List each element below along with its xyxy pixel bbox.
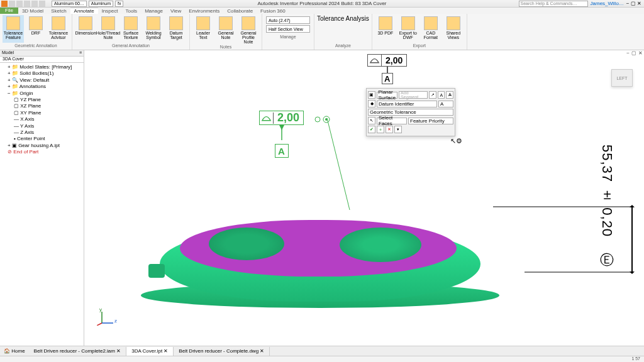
tab-3d-model[interactable]: 3D Model	[18, 8, 47, 14]
cad-format-button[interactable]: CAD Format	[420, 15, 441, 43]
tolerance-analysis-button[interactable]: Tolerance Analysis	[317, 15, 369, 24]
general-profile-icon	[242, 16, 255, 30]
material-pickers: Aluminum 60… Aluminum fx	[52, 1, 123, 7]
apply-button[interactable]: +	[377, 126, 384, 133]
text-icon[interactable]: A	[438, 91, 445, 99]
flatness-symbol-icon	[260, 112, 274, 124]
tab-tools[interactable]: Tools	[121, 8, 141, 14]
tab-environments[interactable]: Environments	[185, 8, 223, 14]
status-bar: 1 57	[0, 356, 644, 362]
tree-xy-plane[interactable]: ▢ XY Plane	[1, 110, 82, 116]
close-button[interactable]: ✕	[637, 1, 641, 6]
tree-center-point[interactable]: • Center Point	[1, 136, 82, 142]
group-general-annotation: Dimension Hole/Thread Note Surface Textu…	[72, 14, 190, 50]
tree-annotations[interactable]: + 📁 Annotations	[1, 84, 82, 90]
tab-collaborate[interactable]: Collaborate	[223, 8, 257, 14]
tolerance-feature-button[interactable]: Tolerance Feature	[3, 15, 24, 43]
flatness-value: 2,00	[382, 55, 406, 65]
tab-inspect[interactable]: Inspect	[98, 8, 122, 14]
restore-button[interactable]: ▢	[631, 1, 636, 6]
cancel-button[interactable]: ✕	[386, 126, 393, 133]
app-icon[interactable]	[1, 1, 8, 7]
fx-button[interactable]: fx	[115, 1, 123, 7]
browser-root[interactable]: 3DA Cover	[0, 57, 84, 63]
hole-thread-note-button[interactable]: Hole/Thread Note	[97, 15, 119, 43]
tree-model-states[interactable]: + 📁 Model States: [Primary]	[1, 64, 82, 70]
datum-identifier-dropdown[interactable]: Datum Identifier	[377, 101, 437, 107]
tree-yz-plane[interactable]: ▢ YZ Plane	[1, 97, 82, 103]
face-filter-icon[interactable]: ▣	[368, 91, 375, 99]
cursor-icon: ↖⚙	[450, 137, 462, 145]
section-view-dropdown[interactable]: Half Section View	[266, 25, 310, 33]
drf-button[interactable]: DRF	[25, 15, 47, 43]
tree-xz-plane[interactable]: ▢ XZ Plane	[1, 103, 82, 109]
material-dropdown[interactable]: Aluminum 60…	[52, 1, 87, 7]
tab-sketch[interactable]: Sketch	[47, 8, 70, 14]
ribbon: Tolerance Feature DRF Tolerance Advisor …	[0, 14, 644, 50]
tab-annotate[interactable]: Annotate	[70, 8, 98, 14]
arrow-style-icon[interactable]: ↗	[429, 91, 436, 99]
vp-minimize-icon[interactable]: −	[626, 50, 630, 56]
shared-views-button[interactable]: Shared Views	[443, 15, 464, 43]
doc-tab[interactable]: Belt Driven reducer - Complete.dwg ✕	[174, 347, 270, 356]
viewport[interactable]: − ▢ ✕ LEFT 2,00 A 2,00 A ▣ Planar Surfac…	[84, 50, 644, 346]
active-tolerance-callout[interactable]: 2,00 A	[259, 111, 304, 158]
datum-letter-dropdown[interactable]: A	[438, 101, 453, 107]
dwf-icon	[401, 16, 415, 30]
search-input[interactable]: Search Help & Commands…	[519, 1, 588, 7]
qat-new-icon[interactable]	[9, 1, 15, 7]
feature-priority-dropdown[interactable]: Feature Priority	[408, 118, 453, 124]
qat-save-icon[interactable]	[24, 1, 30, 7]
qat-open-icon[interactable]	[16, 1, 23, 7]
vp-close-icon[interactable]: ✕	[638, 50, 643, 56]
ok-button[interactable]: ✔	[368, 126, 375, 133]
datum-icon[interactable]: ◆	[368, 100, 375, 107]
tree-end-of-part[interactable]: ⊘ End of Part	[1, 149, 82, 155]
tree-z-axis[interactable]: — Z Axis	[1, 129, 82, 136]
tree-solid-bodies[interactable]: + 📁 Solid Bodies(1)	[1, 70, 82, 77]
tolerance-advisor-icon	[52, 16, 65, 30]
vp-restore-icon[interactable]: ▢	[631, 50, 636, 56]
options-icon[interactable]: ▾	[394, 126, 402, 133]
file-tab[interactable]: File	[0, 8, 18, 14]
tab-view[interactable]: View	[167, 8, 185, 14]
home-tab[interactable]: 🏠 Home	[0, 348, 29, 354]
datum-target-button[interactable]: Datum Target	[165, 15, 187, 43]
viewcube[interactable]: LEFT	[611, 69, 633, 87]
surface-texture-button[interactable]: Surface Texture	[120, 15, 142, 43]
export-dwf-button[interactable]: Export to DWF	[397, 15, 419, 43]
flatness-value: 2,00	[274, 111, 303, 124]
dim-extension-line	[525, 270, 631, 274]
general-profile-note-button[interactable]: General Profile Note	[238, 15, 259, 44]
qat-undo-icon[interactable]	[31, 1, 38, 7]
tree-view[interactable]: + 🔍 View: Default	[1, 77, 82, 84]
style-dropdown[interactable]: Auto (2.47)	[266, 16, 310, 24]
tolerance-advisor-button[interactable]: Tolerance Advisor	[48, 15, 69, 43]
appearance-dropdown[interactable]: Aluminum	[89, 1, 113, 7]
dimension-annotation[interactable]: 55,37 ± 0,20 Ⓔ	[597, 145, 616, 256]
general-note-button[interactable]: General Note	[215, 15, 236, 44]
tree-gear-housing[interactable]: + ▣ Gear housing A.ipt	[1, 143, 82, 149]
tree-x-axis[interactable]: — X Axis	[1, 116, 82, 123]
welding-symbol-button[interactable]: Welding Symbol	[143, 15, 164, 43]
qat-redo-icon[interactable]	[39, 1, 45, 7]
doc-tab[interactable]: Belt Driven reducer - Complete2.iam ✕	[29, 347, 127, 356]
group-label: Geometric Annotation	[3, 43, 69, 48]
minimize-button[interactable]: −	[626, 1, 630, 6]
text-strike-icon[interactable]: A̶	[446, 91, 453, 99]
tab-fusion360[interactable]: Fusion 360	[257, 8, 289, 14]
tree-y-axis[interactable]: — Y Axis	[1, 123, 82, 129]
browser-tree: + 📁 Model States: [Primary] + 📁 Solid Bo…	[0, 63, 84, 156]
dimension-button[interactable]: Dimension	[75, 15, 96, 43]
shared-views-icon	[447, 16, 460, 30]
model-browser: Model ≡ 3DA Cover + 📁 Model States: [Pri…	[0, 50, 84, 346]
tree-origin[interactable]: − 📁 Origin	[1, 90, 82, 97]
doc-tab[interactable]: 3DA Cover.ipt ✕	[126, 347, 174, 356]
leader-text-button[interactable]: Leader Text	[192, 15, 214, 44]
surface-type-dropdown[interactable]: Planar Surface	[377, 92, 398, 99]
select-faces-icon[interactable]: ↖	[368, 117, 375, 124]
3dpdf-button[interactable]: 3D PDF	[375, 15, 396, 43]
browser-menu-icon[interactable]: ≡	[79, 50, 82, 56]
tab-manage[interactable]: Manage	[141, 8, 167, 14]
user-badge[interactable]: James_Willo…	[591, 1, 624, 6]
